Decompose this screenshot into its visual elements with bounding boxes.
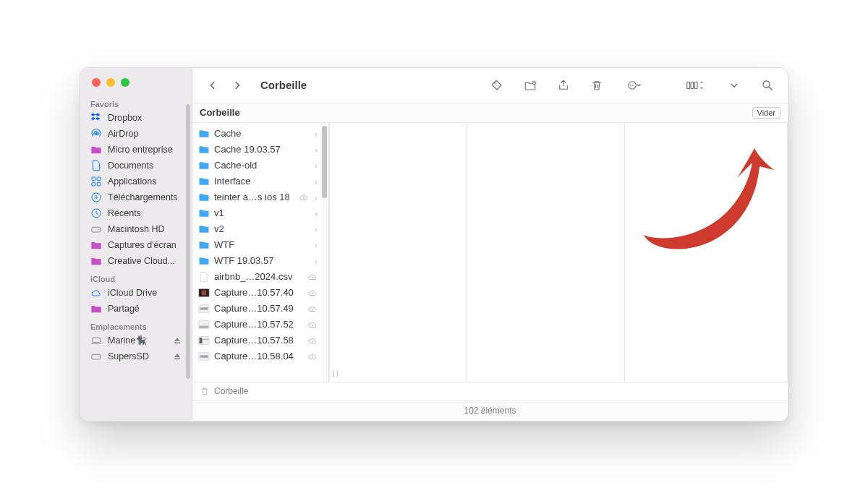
file-row[interactable]: Cache 19.03.57› bbox=[192, 142, 320, 158]
file-row[interactable]: Capture…10.58.04 bbox=[192, 348, 320, 364]
file-name: Capture…10.57.49 bbox=[214, 303, 303, 314]
file-name: v2 bbox=[214, 223, 309, 234]
group-menu-button[interactable] bbox=[724, 76, 744, 95]
close-button[interactable] bbox=[92, 78, 101, 87]
download-icon bbox=[90, 192, 102, 203]
file-row[interactable]: WTF› bbox=[192, 237, 320, 253]
sidebar-item-label: Téléchargements bbox=[108, 192, 178, 202]
path-label: Corbeille bbox=[214, 386, 248, 396]
new-folder-button[interactable] bbox=[520, 76, 540, 95]
file-row[interactable]: v2› bbox=[192, 221, 320, 237]
file-name: v1 bbox=[214, 207, 309, 218]
column-3 bbox=[467, 123, 625, 382]
tags-button[interactable] bbox=[487, 76, 507, 95]
sidebar-item-label: iCloud Drive bbox=[108, 288, 157, 298]
sidebar-item-label: Documents bbox=[108, 160, 153, 171]
column-scrollbar[interactable] bbox=[320, 123, 329, 382]
svg-rect-27 bbox=[200, 307, 208, 309]
file-row[interactable]: Cache-old› bbox=[192, 158, 320, 174]
airdrop-icon bbox=[90, 128, 102, 140]
file-row[interactable]: airbnb_…2024.csv bbox=[192, 269, 320, 285]
file-row[interactable]: v1› bbox=[192, 205, 320, 221]
window-controls bbox=[80, 68, 192, 94]
sidebar-item[interactable]: Creative Cloud... bbox=[85, 253, 187, 269]
folder-icon bbox=[90, 255, 102, 267]
folder-icon bbox=[198, 207, 210, 219]
file-row[interactable]: Capture…10.57.52 bbox=[192, 317, 320, 333]
sidebar-item[interactable]: AirDrop bbox=[85, 126, 187, 142]
sidebar-item[interactable]: Partagé bbox=[85, 301, 187, 317]
sidebar-item[interactable]: Documents bbox=[85, 158, 187, 174]
cloud-download-icon bbox=[307, 352, 318, 361]
svg-rect-4 bbox=[97, 182, 101, 186]
empty-trash-button[interactable]: Vider bbox=[752, 107, 780, 119]
minimize-button[interactable] bbox=[106, 78, 115, 87]
window-title: Corbeille bbox=[260, 79, 307, 91]
search-button[interactable] bbox=[757, 76, 778, 95]
svg-rect-10 bbox=[174, 342, 180, 343]
sidebar-item[interactable]: Micro entreprise bbox=[85, 142, 187, 158]
svg-rect-9 bbox=[93, 338, 101, 343]
cloud-download-icon bbox=[307, 288, 318, 297]
sidebar-item[interactable]: Téléchargements bbox=[85, 189, 187, 205]
file-img-c-icon bbox=[198, 319, 210, 330]
file-row[interactable]: Cache› bbox=[192, 126, 320, 142]
file-name: Cache bbox=[214, 128, 309, 139]
sidebar-item[interactable]: Récents bbox=[85, 205, 187, 221]
forward-button[interactable] bbox=[227, 76, 247, 95]
file-row[interactable]: WTF 19.03.57› bbox=[192, 253, 320, 269]
sidebar-item[interactable]: Marine🐈‍⬛ bbox=[85, 333, 187, 348]
eject-icon[interactable] bbox=[173, 352, 182, 361]
back-button[interactable] bbox=[203, 76, 223, 95]
sidebar-item-label: Macintosh HD bbox=[108, 224, 165, 234]
disk-icon bbox=[90, 223, 102, 235]
sidebar-item[interactable]: Captures d'écran bbox=[85, 237, 187, 253]
svg-point-17 bbox=[630, 85, 631, 86]
column-view: Cache›Cache 19.03.57›Cache-old›Interface… bbox=[192, 123, 788, 382]
apps-icon bbox=[90, 176, 102, 187]
sidebar-item[interactable]: iCloud Drive bbox=[85, 285, 187, 301]
sidebar-item-label: SupersSD bbox=[108, 351, 149, 361]
sidebar-item[interactable]: Dropbox bbox=[85, 110, 187, 126]
file-row[interactable]: Capture…10.57.40 bbox=[192, 285, 320, 301]
fullscreen-button[interactable] bbox=[121, 78, 129, 87]
file-row[interactable]: Interface› bbox=[192, 174, 320, 189]
delete-button[interactable] bbox=[587, 76, 607, 95]
item-count: 102 éléments bbox=[464, 406, 516, 416]
chevron-right-icon: › bbox=[315, 193, 318, 202]
chevron-right-icon: › bbox=[315, 129, 318, 138]
column-resize-handle[interactable]: || bbox=[333, 369, 340, 377]
svg-rect-21 bbox=[691, 82, 694, 88]
svg-rect-22 bbox=[694, 82, 697, 88]
file-name: Cache 19.03.57 bbox=[214, 144, 309, 155]
file-row[interactable]: Capture…10.57.49 bbox=[192, 301, 320, 317]
sidebar-item-label: AirDrop bbox=[108, 129, 138, 139]
column-1: Cache›Cache 19.03.57›Cache-old›Interface… bbox=[192, 123, 330, 382]
cloud-download-icon bbox=[307, 273, 318, 281]
folder-icon bbox=[198, 255, 210, 267]
svg-rect-2 bbox=[97, 177, 101, 181]
column-4 bbox=[625, 123, 788, 382]
svg-point-8 bbox=[98, 229, 99, 230]
sidebar-section-title: Emplacements bbox=[80, 317, 192, 333]
svg-point-0 bbox=[95, 132, 98, 135]
chevron-right-icon: › bbox=[315, 161, 318, 170]
svg-rect-31 bbox=[200, 338, 203, 343]
sidebar-item[interactable]: SupersSD bbox=[85, 348, 187, 364]
sidebar-section-title: iCloud bbox=[80, 269, 192, 285]
sidebar-scrollbar[interactable] bbox=[186, 104, 190, 379]
file-list[interactable]: Cache›Cache 19.03.57›Cache-old›Interface… bbox=[192, 123, 320, 382]
file-row[interactable]: Capture…10.57.58 bbox=[192, 333, 320, 348]
view-options-button[interactable] bbox=[679, 76, 711, 95]
folder-icon bbox=[198, 176, 210, 187]
chevron-right-icon: › bbox=[315, 241, 318, 249]
svg-point-19 bbox=[634, 85, 635, 86]
cloud-icon bbox=[90, 287, 102, 299]
sidebar-item[interactable]: Applications bbox=[85, 174, 187, 189]
file-row[interactable]: teinter a…s ios 18› bbox=[192, 189, 320, 205]
action-menu-button[interactable] bbox=[620, 76, 649, 95]
file-name: Cache-old bbox=[214, 160, 309, 171]
sidebar-item[interactable]: Macintosh HD bbox=[85, 221, 187, 237]
share-button[interactable] bbox=[553, 76, 574, 95]
eject-icon[interactable] bbox=[173, 336, 182, 345]
